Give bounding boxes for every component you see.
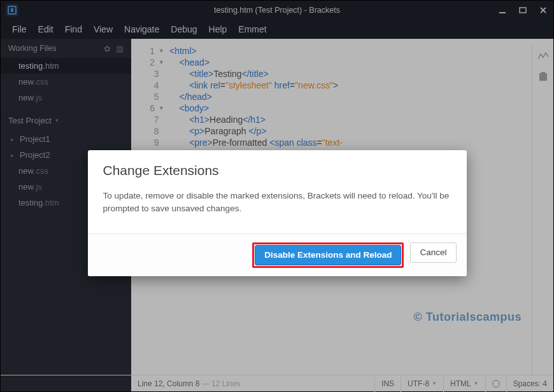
cancel-button[interactable]: Cancel [410, 242, 456, 263]
highlight-annotation: Disable Extensions and Reload [252, 242, 404, 268]
app-window: testing.htm (Test Project) - Brackets Fi… [0, 0, 554, 392]
dialog-footer: Disable Extensions and Reload Cancel [88, 234, 467, 276]
change-extensions-dialog: Change Extensions To update, remove or d… [88, 150, 467, 276]
dialog-title: Change Extensions [88, 150, 467, 181]
disable-and-reload-button[interactable]: Disable Extensions and Reload [255, 245, 401, 265]
modal-overlay: Change Extensions To update, remove or d… [1, 1, 553, 391]
dialog-body: To update, remove or disable the marked … [88, 181, 467, 234]
